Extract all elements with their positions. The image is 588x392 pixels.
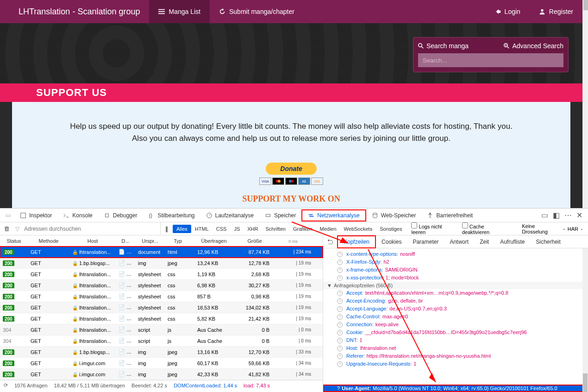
back-button[interactable]: ⮌ <box>323 238 337 246</box>
footer-requests: 1076 Anfragen <box>14 383 48 388</box>
nav-login[interactable]: Login <box>485 0 530 23</box>
clear-icon[interactable]: 🗑 <box>0 225 13 232</box>
col-time[interactable]: 0 ms <box>272 238 314 244</box>
table-row[interactable]: 200GET🔒 i.imgur.com📄 ylc...imgjpeg42,33 … <box>0 369 323 380</box>
table-row[interactable]: 200GET🔒 lhtranslation...📄 ow...styleshee… <box>0 269 323 280</box>
header-line: ?Accept: text/html,application/xhtml+xm…… <box>323 289 588 297</box>
a11y-icon <box>427 212 433 219</box>
tab-laufzeit[interactable]: Laufzeitanalyse <box>200 209 259 222</box>
filter-bar: 🗑 ▽ ‖ Alles HTML CSS JS XHR Schriften Gr… <box>0 222 588 235</box>
header-line: ?DNT: 1 <box>323 336 588 344</box>
memory-icon <box>265 212 271 219</box>
col-trans[interactable]: Übertragen <box>191 238 237 244</box>
frame-select-icon[interactable]: ▭ <box>2 212 14 219</box>
pill-fonts[interactable]: Schriften <box>262 225 289 233</box>
table-row[interactable]: 200GET🔒 1.bp.blogsp...📄 59...imgjpeg13,1… <box>0 347 323 358</box>
table-row[interactable]: 200GET🔒 lhtranslation...📄 ba...styleshee… <box>0 313 323 324</box>
table-row[interactable]: 304GET🔒 lhtranslation...📄 em...scriptjsA… <box>0 335 323 347</box>
login-icon <box>494 8 501 15</box>
col-ursp[interactable]: Urspr... <box>135 238 165 244</box>
pill-media[interactable]: Medien <box>316 225 340 233</box>
zoom-icon <box>504 43 509 49</box>
request-headers-section[interactable]: ▼Anfragekopfzeilen (560 B) <box>323 282 588 289</box>
pause-button[interactable]: ‖ <box>160 222 173 235</box>
svg-line-7 <box>507 47 509 49</box>
footer-finish: Beendet: 4,22 s <box>131 383 167 388</box>
tab-inspektor[interactable]: Inspektor <box>14 209 57 222</box>
nav-manga-list[interactable]: Manga List <box>149 0 209 23</box>
tab-antwort[interactable]: Antwort <box>444 235 474 248</box>
amex-icon: AE <box>298 177 310 185</box>
debugger-icon <box>104 212 110 219</box>
table-row[interactable]: 200GET🔒 lhtranslation...📄 fo...styleshee… <box>0 280 323 291</box>
tab-webspeicher[interactable]: Web-Speicher <box>366 209 422 222</box>
persist-logs[interactable]: Logs nicht leeren <box>411 222 456 235</box>
pill-other[interactable]: Sonstiges <box>376 225 406 233</box>
payment-cards: VISA AE DIS <box>40 177 543 185</box>
tab-kopfzeilen[interactable]: Kopfzeilen <box>337 235 376 248</box>
tab-barrier[interactable]: Barrierefreiheit <box>421 209 478 222</box>
list-icon <box>158 8 165 15</box>
table-row[interactable]: 200GET🔒 1.bp.blogsp...📄 11...imgjpeg13,2… <box>0 258 323 269</box>
svg-point-14 <box>373 213 377 215</box>
tab-konsole[interactable]: Konsole <box>57 209 98 222</box>
table-row[interactable]: 200GET🔒 lhtranslation...📄 uni...styleshe… <box>0 302 323 313</box>
header-line: ?X-Firefox-Spdy: h2 <box>323 258 588 266</box>
svg-point-15 <box>430 212 432 214</box>
user-agent-header[interactable]: ? User-Agent: Mozilla/5.0 (Windows NT 10… <box>323 385 588 392</box>
filter-input[interactable] <box>21 226 160 232</box>
header-line: ?Cache-Control: max-age=0 <box>323 313 588 321</box>
table-row[interactable]: 200GET🔒 i.imgur.com📄 Sr...imgjpeg60,17 K… <box>0 358 323 369</box>
col-typ[interactable]: Typ <box>165 238 191 244</box>
tab-cookies[interactable]: Cookies <box>376 235 407 248</box>
svg-rect-1 <box>158 11 165 12</box>
search-icon <box>418 43 424 49</box>
style-icon: {} <box>148 212 155 219</box>
pill-html[interactable]: HTML <box>191 225 213 233</box>
tab-speicher[interactable]: Speicher <box>259 209 301 222</box>
tab-netzwerk[interactable]: Netzwerkanalyse <box>301 209 366 221</box>
col-method[interactable]: Methode <box>28 238 69 244</box>
header-line: ?x-content-type-options: nosniff <box>323 250 588 258</box>
col-status[interactable]: Status <box>0 238 28 244</box>
tab-stil[interactable]: {}Stilbearbeitung <box>143 209 200 222</box>
svg-rect-10 <box>21 213 26 218</box>
tab-zeit[interactable]: Zeit <box>474 235 494 248</box>
filter-icon[interactable]: ▽ <box>13 226 21 232</box>
tab-aufrufliste[interactable]: Aufrufliste <box>494 235 530 248</box>
pill-xhr[interactable]: XHR <box>244 225 262 233</box>
brand[interactable]: LHTranslation - Scanlation group <box>0 7 149 17</box>
tab-parameter[interactable]: Parameter <box>407 235 444 248</box>
throttle-select[interactable]: Keine Drosselung ⌄ HAR ⌄ <box>517 223 588 234</box>
search-input[interactable] <box>418 53 563 67</box>
pill-alles[interactable]: Alles <box>173 225 191 233</box>
advanced-search[interactable]: Advanced Search <box>504 42 563 50</box>
detail-scrollbar[interactable] <box>582 248 588 392</box>
header-line: ?Accept-Language: de,en-US;q=0.7,en;q=0.… <box>323 305 588 313</box>
col-size[interactable]: Größe <box>237 238 272 244</box>
tab-debugger[interactable]: Debugger <box>98 209 143 222</box>
nav-submit[interactable]: Submit manga/chapter <box>210 0 304 23</box>
console-icon <box>63 212 69 219</box>
more-icon[interactable]: ⋯ <box>564 211 572 220</box>
pill-images[interactable]: Grafiken <box>289 225 316 233</box>
pill-js[interactable]: JS <box>230 225 244 233</box>
table-row[interactable]: 200GET🔒 lhtranslation...📄 ind...document… <box>0 247 323 258</box>
col-host[interactable]: Host <box>69 238 116 244</box>
pill-css[interactable]: CSS <box>213 225 231 233</box>
col-d[interactable]: D... <box>116 238 135 244</box>
storage-icon <box>372 212 378 219</box>
close-icon[interactable]: ✕ <box>576 211 582 220</box>
support-work-text: SUPPORT MY WORK ON <box>40 194 543 204</box>
table-row[interactable]: 304GET🔒 lhtranslation...📄 jqu...scriptjs… <box>0 324 323 335</box>
pill-ws[interactable]: WebSockets <box>340 225 376 233</box>
donate-button[interactable]: Donate <box>266 163 317 175</box>
tab-sicherheit[interactable]: Sicherheit <box>531 235 566 248</box>
table-row[interactable]: 200GET🔒 lhtranslation...📄 ow...styleshee… <box>0 291 323 302</box>
svg-point-4 <box>419 44 422 47</box>
nav-register[interactable]: Register <box>530 0 582 23</box>
disable-cache[interactable]: Cache deaktivieren <box>462 222 512 235</box>
dock-icon[interactable]: ◧ <box>553 211 560 220</box>
responsive-icon[interactable]: ▭ <box>541 211 548 220</box>
reload-icon[interactable]: ⟳ <box>4 382 8 388</box>
